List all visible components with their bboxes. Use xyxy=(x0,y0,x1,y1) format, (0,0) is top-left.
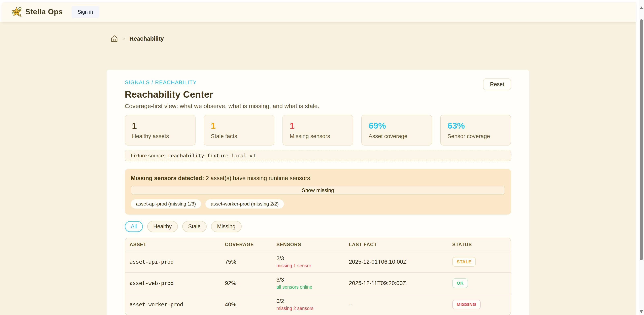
filter-pills: All Healthy Stale Missing xyxy=(125,221,511,232)
stat-value: 1 xyxy=(211,121,267,131)
stat-value: 1 xyxy=(290,121,346,131)
coverage-value: 75% xyxy=(220,259,272,265)
sensor-count: 3/3 xyxy=(276,277,344,283)
status-cell: OK xyxy=(448,278,510,288)
scroll-down-arrow-icon[interactable] xyxy=(640,310,643,313)
column-header-status: STATUS xyxy=(448,242,510,247)
last-fact-timestamp: 2025-12-01T06:10:00Z xyxy=(344,259,448,265)
sensor-note: all sensors online xyxy=(276,284,344,290)
sign-in-button[interactable]: Sign in xyxy=(72,6,99,18)
asset-name: asset-web-prod xyxy=(125,280,220,286)
filter-healthy[interactable]: Healthy xyxy=(147,221,178,232)
table-body: asset-api-prod 75% 2/3 missing 1 sensor … xyxy=(125,251,510,315)
stat-label: Healthy assets xyxy=(132,133,188,139)
top-header: Stella Ops Sign in xyxy=(2,2,636,22)
fixture-source-value: reachability-fixture-local-v1 xyxy=(168,153,256,159)
stats-row: 1 Healthy assets 1 Stale facts 1 Missing… xyxy=(125,115,511,146)
column-header-coverage: COVERAGE xyxy=(220,242,272,247)
status-cell: MISSING xyxy=(448,300,510,309)
page-title: Reachability Center xyxy=(125,89,511,100)
breadcrumb: › Reachability xyxy=(110,35,636,43)
last-fact-timestamp: -- xyxy=(344,301,448,308)
stat-card-stale-facts: 1 Stale facts xyxy=(204,115,274,146)
sensor-count: 2/3 xyxy=(276,255,344,262)
missing-chip-asset-api-prod[interactable]: asset-api-prod (missing 1/3) xyxy=(131,199,201,208)
coverage-value: 40% xyxy=(220,301,272,308)
vertical-scrollbar[interactable] xyxy=(639,0,644,315)
asset-name: asset-worker-prod xyxy=(125,301,220,307)
coverage-value: 92% xyxy=(220,280,272,286)
banner-text: 2 asset(s) have missing runtime sensors. xyxy=(206,175,312,181)
stat-value: 1 xyxy=(132,121,188,131)
table-row-asset-worker-prod: asset-worker-prod 40% 0/2 missing 2 sens… xyxy=(125,294,510,315)
app-window: Stella Ops Sign in › Reachability SIGNAL… xyxy=(0,0,636,315)
stat-card-healthy-assets: 1 Healthy assets xyxy=(125,115,196,146)
reset-button[interactable]: Reset xyxy=(483,79,511,90)
sensors-cell: 2/3 missing 1 sensor xyxy=(272,255,344,268)
title-bar: SIGNALS / REACHABILITY Reachability Cent… xyxy=(125,79,511,110)
stat-card-missing-sensors: 1 Missing sensors xyxy=(282,115,353,146)
stella-ops-logo-icon xyxy=(11,7,22,17)
stat-label: Stale facts xyxy=(211,133,267,139)
brand: Stella Ops xyxy=(11,7,63,17)
stat-card-sensor-coverage: 63% Sensor coverage xyxy=(440,115,511,146)
fixture-source-label: Fixture source: xyxy=(131,153,166,159)
last-fact-timestamp: 2025-12-11T09:20:00Z xyxy=(344,280,448,286)
column-header-asset: ASSET xyxy=(125,242,220,247)
scrollbar-thumb[interactable] xyxy=(640,19,643,260)
missing-sensors-banner: Missing sensors detected: 2 asset(s) hav… xyxy=(125,169,511,215)
brand-name: Stella Ops xyxy=(25,8,63,16)
sensors-cell: 0/2 missing 2 sensors xyxy=(272,298,344,311)
filter-all[interactable]: All xyxy=(125,221,143,232)
reachability-card: SIGNALS / REACHABILITY Reachability Cent… xyxy=(107,70,529,315)
fixture-source-bar: Fixture source: reachability-fixture-loc… xyxy=(125,150,511,161)
section-eyebrow: SIGNALS / REACHABILITY xyxy=(125,79,511,86)
banner-title: Missing sensors detected: xyxy=(131,175,204,181)
filter-missing[interactable]: Missing xyxy=(211,221,242,232)
breadcrumb-current: Reachability xyxy=(129,36,164,42)
asset-name: asset-api-prod xyxy=(125,259,220,265)
stat-value: 63% xyxy=(448,121,504,131)
home-icon[interactable] xyxy=(110,35,118,43)
sensor-note: missing 1 sensor xyxy=(276,263,344,268)
status-badge-ok: OK xyxy=(452,278,468,288)
stat-label: Sensor coverage xyxy=(448,133,504,139)
page-background: › Reachability SIGNALS / REACHABILITY Re… xyxy=(0,22,636,315)
sensor-count: 0/2 xyxy=(276,298,344,304)
status-cell: STALE xyxy=(448,257,510,267)
table-row-asset-web-prod: asset-web-prod 92% 3/3 all sensors onlin… xyxy=(125,272,510,294)
stat-label: Missing sensors xyxy=(290,133,346,139)
filter-stale[interactable]: Stale xyxy=(182,221,207,232)
sensor-note: missing 2 sensors xyxy=(276,306,344,311)
banner-message: Missing sensors detected: 2 asset(s) hav… xyxy=(131,175,505,182)
status-badge-missing: MISSING xyxy=(452,300,481,309)
sensors-cell: 3/3 all sensors online xyxy=(272,277,344,290)
stat-label: Asset coverage xyxy=(368,133,425,139)
assets-table: ASSET COVERAGE SENSORS LAST FACT STATUS … xyxy=(125,238,511,315)
column-header-last-fact: LAST FACT xyxy=(344,242,448,247)
column-header-sensors: SENSORS xyxy=(272,242,344,247)
status-badge-stale: STALE xyxy=(452,257,476,267)
show-missing-button[interactable]: Show missing xyxy=(131,186,505,195)
chevron-right-icon: › xyxy=(123,35,125,42)
table-header-row: ASSET COVERAGE SENSORS LAST FACT STATUS xyxy=(125,238,510,251)
missing-chip-asset-worker-prod[interactable]: asset-worker-prod (missing 2/2) xyxy=(206,199,284,208)
scroll-up-arrow-icon[interactable] xyxy=(640,7,643,9)
stat-value: 69% xyxy=(368,121,425,131)
stat-card-asset-coverage: 69% Asset coverage xyxy=(361,115,432,146)
table-row-asset-api-prod: asset-api-prod 75% 2/3 missing 1 sensor … xyxy=(125,251,510,272)
missing-asset-chips: asset-api-prod (missing 1/3) asset-worke… xyxy=(131,199,505,208)
page-subtitle: Coverage-first view: what we observe, wh… xyxy=(125,103,511,110)
